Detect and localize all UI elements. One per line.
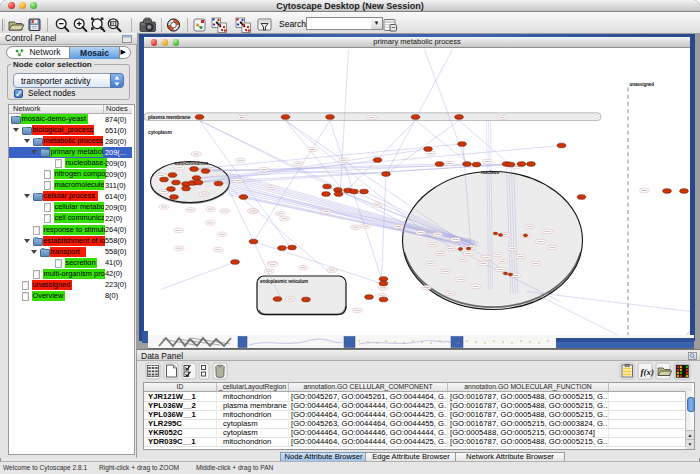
svg-text:plasma membrane: plasma membrane xyxy=(148,114,191,120)
svg-text:cytoplasm: cytoplasm xyxy=(148,129,172,135)
svg-text:f(x): f(x) xyxy=(641,367,655,377)
svg-text:mitochondrion: mitochondrion xyxy=(175,160,209,166)
svg-text:nucleus: nucleus xyxy=(481,169,500,175)
svg-text:endoplasmic reticulum: endoplasmic reticulum xyxy=(260,278,308,283)
svg-text:unassigned: unassigned xyxy=(630,82,655,87)
